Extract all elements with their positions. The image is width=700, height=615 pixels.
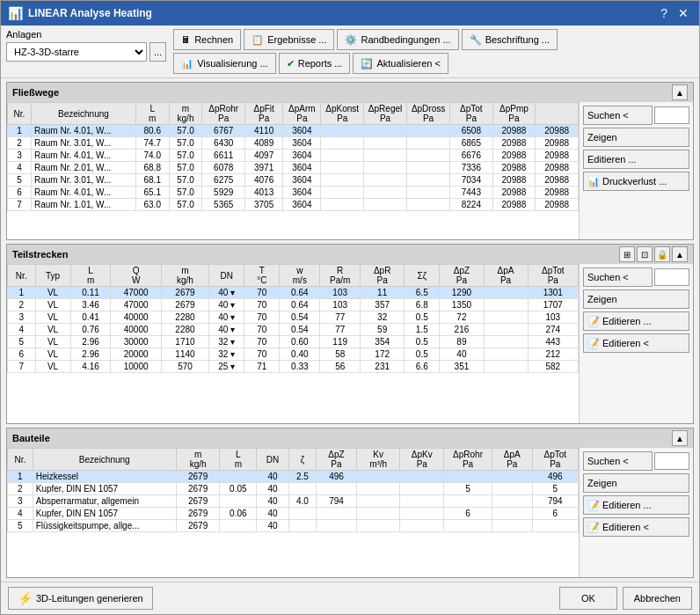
table-row[interactable]: 2 Raum Nr. 3.01, W... 74.7 57.0 6430 408… (8, 137, 579, 150)
table-row[interactable]: 1 Heizkessel 2679 40 2.5 496 496 (8, 471, 579, 483)
main-content: Fließwege ▲ Nr. Bezeichnung Lm (1, 78, 699, 582)
ts-col-typ: Typ (35, 265, 70, 287)
table-row[interactable]: 7 VL 4.16 10000 570 25 ▾ 71 0.33 56 231 … (8, 361, 579, 373)
table-row[interactable]: 5 Raum Nr. 3.01, W... 68.1 57.0 6275 407… (8, 174, 579, 187)
teilstrecken-zeigen-btn[interactable]: Zeigen (583, 289, 689, 309)
app-icon: 📊 (8, 6, 23, 20)
table-row[interactable]: 1 VL 0.11 47000 2679 40 ▾ 70 0.64 103 11… (8, 287, 579, 299)
teilstrecken-icon1[interactable]: ⊞ (619, 246, 635, 262)
table-row[interactable]: 6 VL 2.96 20000 1140 32 ▾ 70 0.40 58 172… (8, 348, 579, 361)
anlagen-dropdown[interactable]: HZ-3-3D-starre (6, 42, 147, 62)
ts-col-t: T°C (244, 265, 280, 287)
col-dprohr: ΔpRohrPa (202, 103, 245, 125)
bauteile-suchen-row: Suchen < (583, 451, 689, 471)
bauteile-table-scroll[interactable]: Nr. Bezeichnung mkg/h Lm DN ζ ΔpZPa Kvm³… (7, 448, 579, 562)
help-button[interactable]: ? (657, 6, 671, 20)
table-row[interactable]: 5 Flüssigkeitspumpe, allge... 2679 40 (8, 520, 579, 532)
rechnen-button[interactable]: 🖩 Rechnen (173, 29, 241, 50)
bauteile-editieren1-btn[interactable]: 📝 Editieren ... (583, 495, 689, 515)
title-bar-left: 📊 LINEAR Analyse Heating (8, 6, 152, 20)
teilstrecken-suchen-row: Suchen < (583, 267, 689, 287)
bauteile-header-row: Nr. Bezeichnung mkg/h Lm DN ζ ΔpZPa Kvm³… (8, 449, 579, 471)
fliessweg-druckverlust-btn[interactable]: 📊 Druckverlust ... (583, 172, 689, 191)
fliessweg-scroll-up[interactable]: ▲ (672, 84, 688, 100)
visualisierung-button[interactable]: 📊 Visualisierung ... (173, 53, 276, 74)
fliessweg-body: Nr. Bezeichnung Lm mkg/h ΔpRohrPa ΔpFitP… (7, 102, 693, 239)
fliessweg-suchen-input[interactable] (654, 106, 689, 124)
ts-col-sz: Σζ (405, 265, 440, 287)
teilstrecken-table-scroll[interactable]: Nr. Typ Lm QW mkg/h DN T°C wm/s RPa/m (7, 264, 579, 409)
table-row[interactable]: 2 Kupfer, DIN EN 1057 2679 0.05 40 5 5 (8, 483, 579, 495)
teilstrecken-suchen-input[interactable] (654, 268, 689, 286)
teilstrecken-suchen-btn[interactable]: Suchen < (583, 267, 653, 287)
generate-button[interactable]: ⚡ 3D-Leitungen generieren (8, 587, 153, 610)
teilstrecken-header: Teilstrecken ⊞ ⊡ 🔒 ▲ (7, 245, 693, 264)
table-row[interactable]: 1 Raum Nr. 4.01, W... 80.6 57.0 6767 411… (8, 125, 579, 137)
teilstrecken-scroll[interactable]: ▲ (672, 246, 688, 262)
bauteile-zeigen-btn[interactable]: Zeigen (583, 473, 689, 493)
fliessweg-zeigen-btn[interactable]: Zeigen (583, 128, 689, 147)
ts-col-w: wm/s (280, 265, 320, 287)
table-row[interactable]: 2 VL 3.46 47000 2679 40 ▾ 70 0.64 103 35… (8, 299, 579, 311)
bt-col-dpkv: ΔpKvPa (400, 449, 444, 471)
table-row[interactable]: 4 VL 0.76 40000 2280 40 ▾ 70 0.54 77 59 … (8, 324, 579, 336)
fliessweg-table-scroll[interactable]: Nr. Bezeichnung Lm mkg/h ΔpRohrPa ΔpFitP… (7, 102, 579, 230)
ts-col-dn: DN (209, 265, 244, 287)
reports-button[interactable]: ✔ Reports ... (279, 53, 351, 74)
ok-button[interactable]: OK (559, 587, 617, 610)
ergebnisse-button[interactable]: 📋 Ergebnisse ... (244, 29, 334, 50)
teilstrecken-editieren2-btn[interactable]: 📝 Editieren < (583, 333, 689, 353)
fliessweg-table: Nr. Bezeichnung Lm mkg/h ΔpRohrPa ΔpFitP… (7, 102, 579, 211)
reports-check-icon: ✔ (287, 58, 295, 70)
teilstrecken-lock[interactable]: 🔒 (654, 246, 670, 262)
ts-editieren2-icon: 📝 (587, 338, 600, 349)
fliessweg-suchen-row: Suchen < (583, 106, 689, 125)
bauteile-header: Bauteile ▲ (7, 428, 693, 448)
teilstrecken-table: Nr. Typ Lm QW mkg/h DN T°C wm/s RPa/m (7, 264, 579, 373)
toolbar-buttons: 🖩 Rechnen 📋 Ergebnisse ... ⚙️ Randbeding… (173, 29, 558, 74)
ts-col-dpz: ΔpZPa (440, 265, 484, 287)
teilstrecken-editieren1-btn[interactable]: 📝 Editieren ... (583, 311, 689, 331)
teilstrecken-side-panel: Suchen < Zeigen 📝 Editieren ... 📝 Editie… (579, 264, 693, 423)
beschriftung-button[interactable]: 🔧 Beschriftung ... (462, 29, 558, 50)
fliessweg-suchen-btn[interactable]: Suchen < (583, 106, 653, 125)
aktualisieren-icon: 🔄 (361, 58, 373, 70)
bauteile-editieren2-btn[interactable]: 📝 Editieren < (583, 517, 689, 537)
lightning-icon: ⚡ (18, 591, 33, 605)
teilstrecken-icon2[interactable]: ⊡ (637, 246, 653, 262)
randbedingungen-button[interactable]: ⚙️ Randbedingungen ... (337, 29, 458, 50)
bt-col-m: mkg/h (176, 449, 220, 471)
table-row[interactable]: 4 Raum Nr. 2.01, W... 68.8 57.0 6078 397… (8, 162, 579, 174)
fliessweg-header: Fließwege ▲ (7, 83, 693, 102)
cancel-button[interactable]: Abbrechen (623, 587, 692, 610)
bauteile-suchen-btn[interactable]: Suchen < (583, 451, 653, 471)
col-dpkonst: ΔpKonstPa (321, 103, 364, 125)
anlagen-more-button[interactable]: ... (149, 42, 166, 62)
table-row[interactable]: 3 Raum Nr. 4.01, W... 74.0 57.0 6611 409… (8, 150, 579, 162)
bt-col-z: ζ (288, 449, 316, 471)
fliessweg-tbody: 1 Raum Nr. 4.01, W... 80.6 57.0 6767 411… (8, 125, 579, 211)
table-row[interactable]: 7 Raum Nr. 1.01, W... 63.0 57.0 5365 370… (8, 199, 579, 211)
col-dppmp: ΔpPmpPa (492, 103, 536, 125)
table-row[interactable]: 6 Raum Nr. 4.01, W... 65.1 57.0 5929 401… (8, 187, 579, 199)
bauteile-scroll[interactable]: ▲ (672, 430, 688, 446)
fliessweg-table-area: Nr. Bezeichnung Lm mkg/h ΔpRohrPa ΔpFitP… (7, 102, 579, 239)
table-row[interactable]: 3 VL 0.41 40000 2280 40 ▾ 70 0.54 77 32 … (8, 311, 579, 324)
bauteile-title: Bauteile (12, 433, 50, 443)
close-button[interactable]: ✕ (674, 6, 692, 20)
teilstrecken-header-row: Nr. Typ Lm QW mkg/h DN T°C wm/s RPa/m (8, 265, 579, 287)
fliessweg-side-panel: Suchen < Zeigen Editieren ... 📊 Druckver… (579, 102, 693, 239)
table-row[interactable]: 5 VL 2.96 30000 1710 32 ▾ 70 0.60 119 35… (8, 336, 579, 348)
aktualisieren-button[interactable]: 🔄 Aktualisieren < (353, 53, 448, 74)
toolbar-row-2: 📊 Visualisierung ... ✔ Reports ... 🔄 Akt… (173, 53, 558, 74)
teilstrecken-icons: ⊞ ⊡ 🔒 ▲ (619, 246, 688, 262)
bauteile-suchen-input[interactable] (654, 452, 689, 470)
ergebnisse-icon: 📋 (252, 34, 264, 46)
col-nr: Nr. (8, 103, 32, 125)
table-row[interactable]: 4 Kupfer, DIN EN 1057 2679 0.06 40 6 6 (8, 508, 579, 520)
fliessweg-section: Fließwege ▲ Nr. Bezeichnung Lm (6, 82, 694, 240)
bt-col-dpz: ΔpZPa (317, 449, 357, 471)
table-row[interactable]: 3 Absperrarmatur, allgemein 2679 40 4.0 … (8, 495, 579, 508)
col-dptot: ΔpTotPa (450, 103, 493, 125)
fliessweg-editieren-btn[interactable]: Editieren ... (583, 150, 689, 169)
